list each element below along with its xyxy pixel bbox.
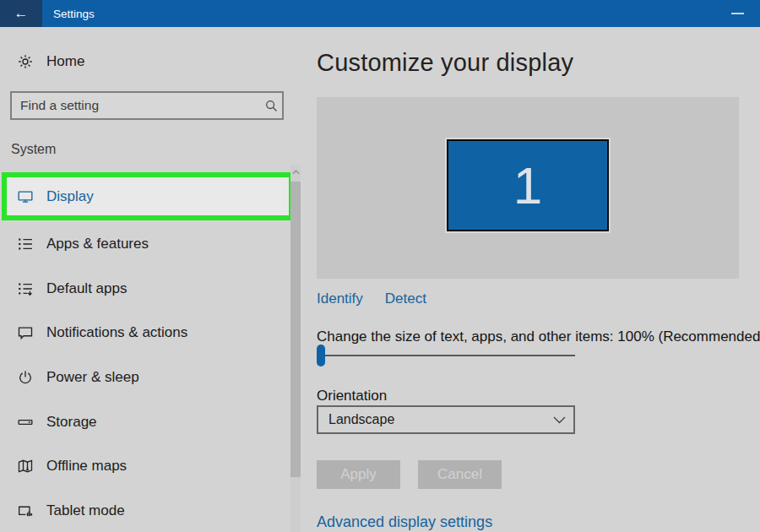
sidebar-item-label: Offline maps xyxy=(46,458,127,475)
monitor-preview[interactable]: 1 xyxy=(447,139,609,231)
sidebar-item-label: Storage xyxy=(46,414,97,431)
monitor-number: 1 xyxy=(513,160,542,212)
gear-icon xyxy=(17,53,34,70)
slider-track[interactable] xyxy=(317,355,575,356)
identify-detect-links: Identify Detect xyxy=(317,290,426,307)
sidebar-item-tablet-mode[interactable]: Tablet mode xyxy=(0,489,304,532)
notifications-icon xyxy=(17,324,34,341)
sidebar-item-power-sleep[interactable]: Power & sleep xyxy=(0,356,304,400)
sidebar-scrollbar[interactable] xyxy=(290,165,301,532)
sidebar-item-offline-maps[interactable]: Offline maps xyxy=(0,444,304,489)
settings-window: ← Settings Home xyxy=(0,0,760,532)
titlebar: ← Settings xyxy=(0,0,760,27)
sidebar-item-label: Tablet mode xyxy=(46,502,125,519)
scroll-up-icon[interactable] xyxy=(290,166,301,178)
power-icon xyxy=(17,369,34,386)
back-arrow-icon: ← xyxy=(14,5,29,22)
default-apps-icon xyxy=(17,280,34,297)
action-buttons: Apply Cancel xyxy=(317,460,502,489)
offline-maps-icon xyxy=(17,458,34,475)
window-title: Settings xyxy=(53,8,95,20)
sidebar-item-display[interactable]: Display xyxy=(7,177,289,215)
scrollbar-thumb[interactable] xyxy=(290,182,301,477)
scale-slider[interactable] xyxy=(317,344,575,367)
display-preview-panel: 1 xyxy=(317,97,739,279)
back-button[interactable]: ← xyxy=(0,0,42,27)
sidebar-nav: Display Apps & features xyxy=(0,171,304,532)
minimize-button[interactable] xyxy=(725,0,750,27)
sidebar-item-label: Power & sleep xyxy=(46,369,139,386)
search-input[interactable] xyxy=(12,98,260,113)
home-label: Home xyxy=(46,53,84,70)
tablet-mode-icon xyxy=(17,502,34,519)
sidebar-item-label: Display xyxy=(46,188,94,205)
search-box xyxy=(10,91,284,120)
section-label-system: System xyxy=(11,142,56,157)
sidebar-item-label: Default apps xyxy=(46,280,127,297)
sidebar-item-apps-features[interactable]: Apps & features xyxy=(0,222,304,267)
sidebar-item-label: Apps & features xyxy=(46,236,149,252)
storage-icon xyxy=(17,414,34,431)
sidebar-item-home[interactable]: Home xyxy=(17,49,84,74)
advanced-display-settings-link[interactable]: Advanced display settings xyxy=(317,513,492,531)
detect-link[interactable]: Detect xyxy=(385,290,426,307)
chevron-down-icon xyxy=(545,416,573,424)
scale-slider-label: Change the size of text, apps, and other… xyxy=(317,328,760,345)
orientation-label: Orientation xyxy=(317,388,387,404)
orientation-dropdown[interactable]: Landscape xyxy=(317,405,575,434)
orientation-value: Landscape xyxy=(318,412,545,427)
page-title: Customize your display xyxy=(317,49,573,77)
slider-thumb[interactable] xyxy=(317,345,325,366)
minimize-icon xyxy=(731,13,744,14)
apps-list-icon xyxy=(17,236,34,252)
sidebar-item-label: Notifications & actions xyxy=(46,324,187,341)
sidebar: Home System xyxy=(0,27,304,532)
sidebar-item-default-apps[interactable]: Default apps xyxy=(0,267,304,312)
identify-link[interactable]: Identify xyxy=(317,290,363,307)
apply-button[interactable]: Apply xyxy=(317,460,400,489)
main-content: Customize your display 1 Identify Detect… xyxy=(304,27,760,532)
sidebar-item-storage[interactable]: Storage xyxy=(0,399,304,444)
search-icon[interactable] xyxy=(260,93,282,118)
cancel-button[interactable]: Cancel xyxy=(418,460,502,489)
sidebar-item-notifications-actions[interactable]: Notifications & actions xyxy=(0,311,304,356)
monitor-icon xyxy=(17,188,34,205)
